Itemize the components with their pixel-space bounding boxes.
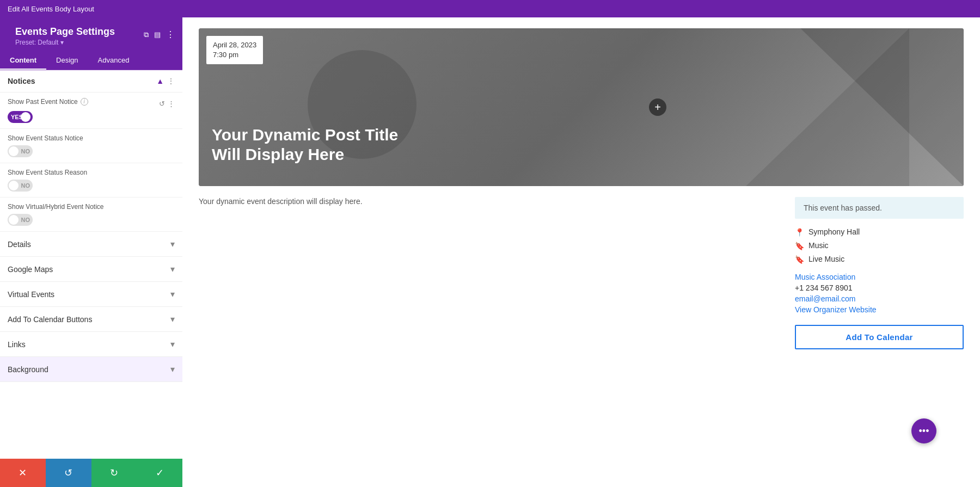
- event-status-toggle-label: NO: [21, 148, 30, 155]
- event-status-reason-label: Show Event Status Reason: [8, 169, 175, 176]
- virtual-notice-label: Show Virtual/Hybrid Event Notice: [8, 203, 175, 211]
- past-event-label: Show Past Event Notice i: [8, 98, 88, 106]
- organizer-info: Music Association +1 234 567 8901 email@…: [795, 273, 964, 314]
- show-event-status-reason-row: Show Event Status Reason NO: [0, 163, 182, 198]
- past-event-toggle-knob: [21, 112, 30, 122]
- organizer-website-link[interactable]: View Organizer Website: [795, 305, 964, 314]
- preset-selector[interactable]: Preset: Default ▾: [15, 39, 115, 46]
- category-icon-1: 🔖: [795, 242, 804, 250]
- details-title: Details: [8, 240, 31, 249]
- hero-date-box: April 28, 2023 7:30 pm: [206, 36, 263, 64]
- event-status-reason-toggle-wrap: NO: [8, 180, 175, 192]
- notices-more-icon[interactable]: ⋮: [167, 77, 175, 85]
- tab-design[interactable]: Design: [46, 52, 88, 70]
- virtual-events-section[interactable]: Virtual Events ▾: [0, 282, 182, 307]
- past-event-actions: ↺ ⋮: [159, 100, 175, 108]
- event-hero: April 28, 2023 7:30 pm Your Dynamic Post…: [199, 28, 964, 186]
- category-icon-2: 🔖: [795, 255, 804, 264]
- label-row-past: Show Past Event Notice i ↺ ⋮: [8, 98, 175, 109]
- virtual-events-title: Virtual Events: [8, 290, 54, 299]
- columns-icon[interactable]: ▤: [154, 30, 161, 39]
- event-status-toggle-knob: [9, 146, 19, 156]
- virtual-notice-toggle-label: NO: [21, 217, 30, 223]
- organizer-name-link[interactable]: Music Association: [795, 273, 964, 281]
- add-to-calendar-title: Add To Calendar Buttons: [8, 315, 92, 324]
- background-chevron-icon: ▾: [170, 364, 175, 374]
- notices-collapse-icon[interactable]: ▲: [156, 77, 164, 85]
- bottom-bar: ✕ ↺ ↻ ✓: [0, 459, 182, 487]
- links-title: Links: [8, 340, 26, 349]
- links-chevron-icon: ▾: [170, 339, 175, 349]
- details-chevron-icon: ▾: [170, 239, 175, 249]
- category-row-2: 🔖 Live Music: [795, 255, 964, 264]
- more-options-icon[interactable]: ⋮: [166, 29, 175, 40]
- hero-shape-triangle-bottom: [746, 28, 909, 186]
- venue-name: Symphony Hall: [808, 227, 860, 236]
- close-button[interactable]: ✕: [0, 459, 46, 487]
- virtual-notice-toggle-wrap: NO: [8, 214, 175, 226]
- fab-dots-icon: •••: [919, 426, 929, 437]
- links-section[interactable]: Links ▾: [0, 332, 182, 357]
- notices-title: Notices: [8, 77, 35, 85]
- add-to-calendar-button[interactable]: Add To Calendar: [795, 325, 964, 349]
- event-status-toggle[interactable]: NO: [8, 145, 33, 157]
- window-icon[interactable]: ⧉: [144, 30, 149, 39]
- show-virtual-notice-row: Show Virtual/Hybrid Event Notice NO: [0, 198, 182, 232]
- hero-add-button[interactable]: +: [649, 98, 666, 116]
- sidebar-header: Events Page Settings Preset: Default ▾: [8, 21, 122, 48]
- google-maps-section[interactable]: Google Maps ▾: [0, 257, 182, 282]
- top-bar-title: Edit All Events Body Layout: [8, 5, 94, 13]
- category-row-1: 🔖 Music: [795, 241, 964, 250]
- event-status-reason-toggle-label: NO: [21, 182, 30, 189]
- event-body: Your dynamic event description will disp…: [199, 197, 964, 349]
- sidebar-content: Notices ▲ ⋮ Show Past Event Notice i ↺ ⋮: [0, 70, 182, 459]
- hero-time: 7:30 pm: [213, 50, 256, 60]
- notices-section-header: Notices ▲ ⋮: [0, 70, 182, 93]
- sidebar-title: Events Page Settings: [15, 26, 115, 38]
- past-event-more-icon[interactable]: ⋮: [168, 100, 175, 108]
- tab-advanced[interactable]: Advanced: [88, 52, 139, 70]
- undo-button[interactable]: ↺: [46, 459, 91, 487]
- hero-title: Your Dynamic Post Title Will Display Her…: [212, 125, 430, 164]
- sidebar: Events Page Settings Preset: Default ▾ ⧉…: [0, 17, 182, 487]
- event-passed-notice: This event has passed.: [795, 197, 964, 219]
- past-event-info-icon[interactable]: i: [81, 98, 88, 106]
- category-2: Live Music: [808, 255, 844, 263]
- add-to-calendar-chevron-icon: ▾: [170, 314, 175, 324]
- top-bar: Edit All Events Body Layout: [0, 0, 980, 17]
- sidebar-icon-row: ⧉ ▤ ⋮: [144, 29, 175, 40]
- show-event-status-notice-row: Show Event Status Notice NO: [0, 129, 182, 163]
- organizer-phone: +1 234 567 8901: [795, 283, 964, 292]
- details-section[interactable]: Details ▾: [0, 232, 182, 257]
- venue-row: 📍 Symphony Hall: [795, 227, 964, 237]
- fab-button[interactable]: •••: [911, 418, 936, 443]
- event-status-reason-toggle[interactable]: NO: [8, 180, 33, 192]
- google-maps-chevron-icon: ▾: [170, 264, 175, 274]
- event-status-label: Show Event Status Notice: [8, 134, 175, 142]
- event-main: Your dynamic event description will disp…: [199, 197, 779, 349]
- venue-info: 📍 Symphony Hall 🔖 Music 🔖 Live Music: [795, 227, 964, 264]
- category-1: Music: [808, 241, 829, 250]
- event-status-reason-toggle-knob: [9, 181, 19, 190]
- background-section[interactable]: Background ▾: [0, 357, 182, 382]
- show-past-event-notice-row: Show Past Event Notice i ↺ ⋮ YES: [0, 93, 182, 129]
- virtual-notice-toggle[interactable]: NO: [8, 214, 33, 226]
- background-title: Background: [8, 365, 48, 374]
- event-status-toggle-wrap: NO: [8, 145, 175, 157]
- confirm-button[interactable]: ✓: [137, 459, 182, 487]
- add-to-calendar-section[interactable]: Add To Calendar Buttons ▾: [0, 307, 182, 332]
- event-info-sidebar: This event has passed. 📍 Symphony Hall 🔖…: [795, 197, 964, 349]
- past-event-reset-icon[interactable]: ↺: [159, 100, 165, 108]
- virtual-notice-toggle-knob: [9, 215, 19, 225]
- location-icon: 📍: [795, 228, 804, 237]
- event-description: Your dynamic event description will disp…: [199, 197, 779, 206]
- notices-controls: ▲ ⋮: [156, 77, 175, 85]
- past-event-toggle-wrap: YES: [8, 111, 175, 123]
- preview-area: April 28, 2023 7:30 pm Your Dynamic Post…: [182, 17, 980, 487]
- redo-button[interactable]: ↻: [91, 459, 137, 487]
- past-event-toggle[interactable]: YES: [8, 111, 33, 123]
- organizer-email-link[interactable]: email@email.com: [795, 294, 964, 303]
- tab-bar: Content Design Advanced: [0, 52, 182, 70]
- hero-date: April 28, 2023: [213, 40, 256, 50]
- tab-content[interactable]: Content: [0, 52, 46, 70]
